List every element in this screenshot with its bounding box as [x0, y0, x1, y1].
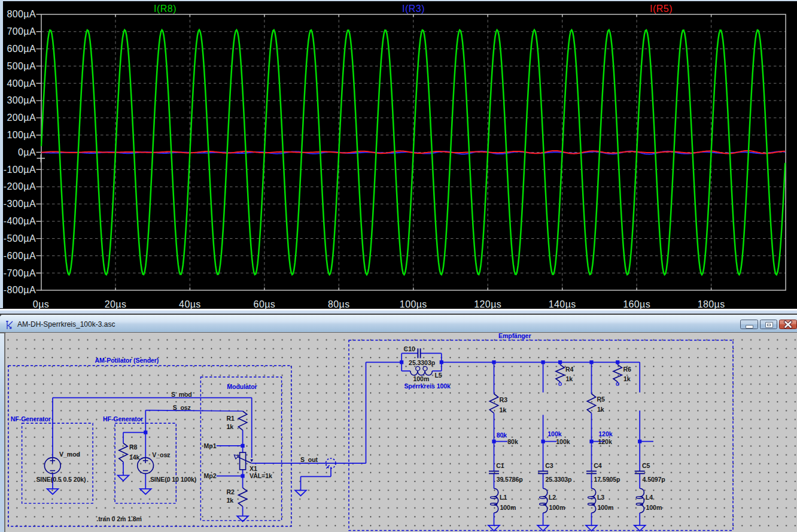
svg-text:14k: 14k: [129, 454, 140, 461]
svg-text:100µs: 100µs: [400, 299, 427, 309]
svg-text:1k: 1k: [500, 406, 507, 414]
svg-text:R2: R2: [226, 488, 235, 495]
svg-text:Mp2: Mp2: [204, 472, 217, 479]
svg-text:I(R5): I(R5): [650, 4, 673, 14]
svg-text:-100µA: -100µA: [4, 165, 36, 175]
svg-text:C10: C10: [404, 345, 415, 352]
svg-text:L4: L4: [646, 494, 653, 501]
svg-text:L2: L2: [549, 494, 556, 501]
svg-text:39.5786p: 39.5786p: [497, 476, 524, 483]
svg-text:S_mod: S_mod: [171, 391, 192, 398]
svg-text:V_osz: V_osz: [152, 451, 170, 458]
svg-text:X1: X1: [250, 465, 257, 472]
svg-text:100m: 100m: [413, 375, 430, 382]
svg-text:C5: C5: [642, 462, 650, 469]
svg-text:80µs: 80µs: [328, 299, 350, 309]
svg-text:I(R3): I(R3): [402, 4, 425, 14]
svg-text:80k: 80k: [497, 431, 507, 439]
svg-text:.tran 0 2m 1.8m: .tran 0 2m 1.8m: [96, 515, 142, 522]
svg-text:1k: 1k: [226, 423, 233, 430]
svg-text:Mp1: Mp1: [204, 442, 217, 449]
svg-text:AM-Potilator (Sender): AM-Potilator (Sender): [95, 357, 159, 364]
svg-text:40µs: 40µs: [179, 299, 201, 309]
svg-text:100m: 100m: [646, 504, 662, 511]
svg-text:-600µA: -600µA: [4, 251, 36, 261]
svg-text:1k: 1k: [226, 497, 233, 504]
svg-text:C3: C3: [545, 462, 553, 469]
svg-text:600µA: 600µA: [7, 44, 36, 54]
svg-text:140µs: 140µs: [549, 299, 576, 309]
svg-text:200µA: 200µA: [7, 113, 36, 123]
svg-text:4.5097p: 4.5097p: [643, 476, 666, 483]
svg-text:NF-Generator: NF-Generator: [11, 415, 51, 422]
svg-text:25.3303p: 25.3303p: [546, 476, 573, 483]
svg-text:400µA: 400µA: [7, 78, 36, 89]
svg-text:80k: 80k: [507, 438, 518, 445]
svg-text:180µs: 180µs: [698, 299, 725, 309]
svg-text:120k: 120k: [598, 430, 612, 437]
svg-text:L3: L3: [597, 494, 604, 501]
svg-text:-500µA: -500µA: [4, 233, 36, 244]
svg-text:C1: C1: [496, 462, 504, 469]
svg-text:300µA: 300µA: [7, 95, 36, 105]
svg-text:R5: R5: [597, 396, 606, 403]
svg-text:25.3303p: 25.3303p: [409, 359, 436, 366]
svg-text:-300µA: -300µA: [4, 199, 36, 209]
svg-text:100k: 100k: [547, 430, 561, 437]
svg-text:100m: 100m: [549, 504, 565, 511]
svg-text:L5: L5: [434, 372, 442, 379]
svg-text:60µs: 60µs: [254, 299, 276, 309]
svg-text:1k: 1k: [565, 375, 573, 382]
svg-text:Modulator: Modulator: [227, 383, 257, 390]
svg-text:Empfänger: Empfänger: [498, 333, 531, 339]
svg-text:700µA: 700µA: [7, 26, 36, 37]
svg-text:R6: R6: [623, 366, 632, 373]
svg-text:100µA: 100µA: [7, 130, 36, 140]
svg-text:-200µA: -200µA: [4, 181, 36, 191]
svg-text:S_osz: S_osz: [173, 404, 191, 411]
svg-text:R4: R4: [565, 366, 574, 373]
svg-text:HF-Generator: HF-Generator: [103, 415, 143, 422]
svg-text:17.5905p: 17.5905p: [594, 476, 621, 483]
svg-text:SINE(0.5 0.5 20k): SINE(0.5 0.5 20k): [36, 476, 86, 483]
svg-text:100m: 100m: [500, 504, 516, 511]
svg-text:0µA: 0µA: [18, 147, 36, 157]
svg-text:100k: 100k: [556, 438, 570, 445]
svg-text:800µA: 800µA: [7, 9, 36, 19]
svg-text:I(R8): I(R8): [154, 4, 177, 14]
svg-text:SINE(0 10 100k): SINE(0 10 100k): [150, 476, 196, 483]
svg-text:120k: 120k: [598, 438, 612, 445]
svg-text:R3: R3: [500, 396, 508, 403]
svg-text:120µs: 120µs: [474, 299, 501, 309]
svg-text:Sperrkreis 100k: Sperrkreis 100k: [404, 382, 451, 390]
svg-text:160µs: 160µs: [623, 299, 650, 309]
svg-text:C4: C4: [594, 462, 602, 469]
svg-text:R1: R1: [226, 415, 235, 422]
svg-text:1k: 1k: [597, 406, 604, 413]
svg-text:R8: R8: [129, 443, 138, 451]
svg-text:20µs: 20µs: [105, 299, 127, 309]
svg-text:L1: L1: [500, 494, 507, 501]
svg-text:500µA: 500µA: [7, 61, 36, 71]
svg-text:100m: 100m: [598, 504, 614, 511]
svg-text:V_mod: V_mod: [59, 451, 80, 458]
svg-text:S_out: S_out: [300, 456, 318, 463]
svg-text:VAL=1k: VAL=1k: [250, 472, 272, 479]
svg-text:1k: 1k: [623, 375, 631, 382]
svg-text:0µs: 0µs: [33, 299, 49, 309]
svg-text:-700µA: -700µA: [4, 268, 36, 278]
svg-text:-800µA: -800µA: [4, 285, 36, 295]
svg-text:-400µA: -400µA: [4, 216, 36, 226]
